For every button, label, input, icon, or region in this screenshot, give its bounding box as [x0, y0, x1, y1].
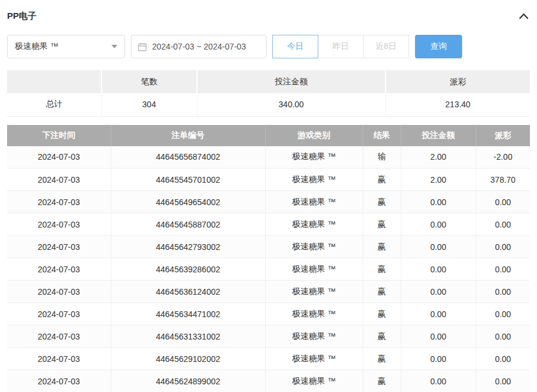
cell-result: 赢 [363, 325, 401, 348]
pp-games-panel: PP电子 极速糖果 ™ 2024-07-03 ~ 2024-07-03 今日 昨… [0, 0, 537, 392]
cell-game-type: 极速糖果 ™ [265, 281, 363, 303]
summary-total-row: 总计 304 340.00 213.40 [7, 93, 530, 116]
cell-payout: 378.70 [476, 169, 530, 191]
cell-payout: 0.00 [476, 370, 530, 392]
col-header-order-no: 注单编号 [111, 125, 265, 146]
table-row: 2024-07-03 44645634471002 极速糖果 ™ 赢 0.00 … [7, 303, 530, 325]
summary-header-count: 笔数 [101, 70, 197, 93]
cell-order-no: 44645649654002 [111, 191, 265, 213]
cell-bet-amount: 0.00 [401, 325, 476, 348]
date-range-value: 2024-07-03 ~ 2024-07-03 [152, 42, 246, 51]
table-row: 2024-07-03 44645636124002 极速糖果 ™ 赢 0.00 … [7, 281, 530, 303]
cell-order-no: 44645645887002 [111, 213, 265, 236]
cell-payout: 0.00 [476, 325, 530, 348]
date-range-input[interactable]: 2024-07-03 ~ 2024-07-03 [131, 35, 266, 58]
cell-result: 赢 [363, 370, 401, 392]
summary-header-row: 笔数 投注金额 派彩 [7, 70, 530, 93]
summary-header-bet-amount: 投注金额 [197, 70, 386, 93]
summary-table: 笔数 投注金额 派彩 总计 304 340.00 213.40 [7, 70, 530, 117]
bet-table-header-row: 下注时间 注单编号 游戏类别 结果 投注金额 派彩 [7, 125, 530, 146]
cell-bet-amount: 0.00 [401, 370, 476, 392]
filter-bar: 极速糖果 ™ 2024-07-03 ~ 2024-07-03 今日 昨日 近8日… [7, 35, 530, 58]
cell-game-type: 极速糖果 ™ [265, 348, 363, 370]
table-row: 2024-07-03 44645645887002 极速糖果 ™ 赢 0.00 … [7, 213, 530, 236]
table-row: 2024-07-03 44645629102002 极速糖果 ™ 赢 0.00 … [7, 348, 530, 370]
quick-filter-last8days-button[interactable]: 近8日 [363, 35, 409, 58]
cell-order-no: 44645631331002 [111, 325, 265, 348]
cell-bet-amount: 2.00 [401, 169, 476, 191]
cell-order-no: 44645642793002 [111, 236, 265, 258]
cell-game-type: 极速糖果 ™ [265, 213, 363, 236]
cell-result: 输 [363, 146, 401, 169]
panel-header: PP电子 [7, 11, 530, 22]
cell-order-no: 44645545701002 [111, 169, 265, 191]
quick-filter-yesterday-button[interactable]: 昨日 [318, 35, 364, 58]
cell-result: 赢 [363, 303, 401, 325]
cell-result: 赢 [363, 281, 401, 303]
table-row: 2024-07-03 44645639286002 极速糖果 ™ 赢 0.00 … [7, 258, 530, 281]
search-button[interactable]: 查询 [415, 35, 462, 58]
cell-game-type: 极速糖果 ™ [265, 146, 363, 169]
cell-order-no: 44645629102002 [111, 348, 265, 370]
quick-filter-today-button[interactable]: 今日 [272, 35, 318, 58]
calendar-icon [138, 42, 147, 51]
cell-bet-time: 2024-07-03 [7, 213, 111, 236]
cell-bet-time: 2024-07-03 [7, 281, 111, 303]
cell-game-type: 极速糖果 ™ [265, 258, 363, 281]
summary-total-count: 304 [101, 93, 197, 116]
cell-game-type: 极速糖果 ™ [265, 236, 363, 258]
cell-game-type: 极速糖果 ™ [265, 325, 363, 348]
cell-bet-amount: 0.00 [401, 236, 476, 258]
table-row: 2024-07-03 44645545701002 极速糖果 ™ 赢 2.00 … [7, 169, 530, 191]
table-row: 2024-07-03 44645656874002 极速糖果 ™ 输 2.00 … [7, 146, 530, 169]
cell-result: 赢 [363, 258, 401, 281]
cell-bet-time: 2024-07-03 [7, 169, 111, 191]
summary-header-payout: 派彩 [386, 70, 530, 93]
summary-header-blank [7, 70, 101, 93]
cell-order-no: 44645636124002 [111, 281, 265, 303]
col-header-result: 结果 [363, 125, 401, 146]
cell-payout: -2.00 [476, 146, 530, 169]
cell-bet-time: 2024-07-03 [7, 236, 111, 258]
cell-game-type: 极速糖果 ™ [265, 191, 363, 213]
chevron-up-icon [519, 12, 529, 21]
cell-payout: 0.00 [476, 348, 530, 370]
game-select[interactable]: 极速糖果 ™ [7, 35, 125, 58]
col-header-bet-time: 下注时间 [7, 125, 111, 146]
table-row: 2024-07-03 44645642793002 极速糖果 ™ 赢 0.00 … [7, 236, 530, 258]
cell-result: 赢 [363, 213, 401, 236]
cell-order-no: 44645639286002 [111, 258, 265, 281]
cell-payout: 0.00 [476, 281, 530, 303]
cell-result: 赢 [363, 236, 401, 258]
bet-table: 下注时间 注单编号 游戏类别 结果 投注金额 派彩 2024-07-03 446… [7, 125, 530, 392]
cell-bet-amount: 0.00 [401, 303, 476, 325]
cell-result: 赢 [363, 348, 401, 370]
cell-bet-amount: 0.00 [401, 281, 476, 303]
cell-payout: 0.00 [476, 213, 530, 236]
cell-order-no: 44645634471002 [111, 303, 265, 325]
cell-game-type: 极速糖果 ™ [265, 303, 363, 325]
cell-bet-amount: 0.00 [401, 258, 476, 281]
table-row: 2024-07-03 44645649654002 极速糖果 ™ 赢 0.00 … [7, 191, 530, 213]
cell-bet-time: 2024-07-03 [7, 325, 111, 348]
cell-game-type: 极速糖果 ™ [265, 169, 363, 191]
table-row: 2024-07-03 44645624899002 极速糖果 ™ 赢 0.00 … [7, 370, 530, 392]
summary-total-payout: 213.40 [386, 93, 530, 116]
cell-order-no: 44645656874002 [111, 146, 265, 169]
cell-bet-time: 2024-07-03 [7, 348, 111, 370]
col-header-game-type: 游戏类别 [265, 125, 363, 146]
collapse-panel-button[interactable] [518, 12, 530, 21]
col-header-bet-amount: 投注金额 [401, 125, 476, 146]
cell-order-no: 44645624899002 [111, 370, 265, 392]
cell-payout: 0.00 [476, 191, 530, 213]
cell-bet-amount: 0.00 [401, 213, 476, 236]
cell-payout: 0.00 [476, 303, 530, 325]
cell-bet-time: 2024-07-03 [7, 303, 111, 325]
quick-date-button-group: 今日 昨日 近8日 [272, 35, 409, 58]
cell-bet-amount: 0.00 [401, 191, 476, 213]
cell-result: 赢 [363, 169, 401, 191]
summary-total-label: 总计 [7, 93, 101, 116]
bet-table-body: 2024-07-03 44645656874002 极速糖果 ™ 输 2.00 … [7, 146, 530, 392]
chevron-down-icon [111, 45, 117, 48]
cell-bet-time: 2024-07-03 [7, 258, 111, 281]
